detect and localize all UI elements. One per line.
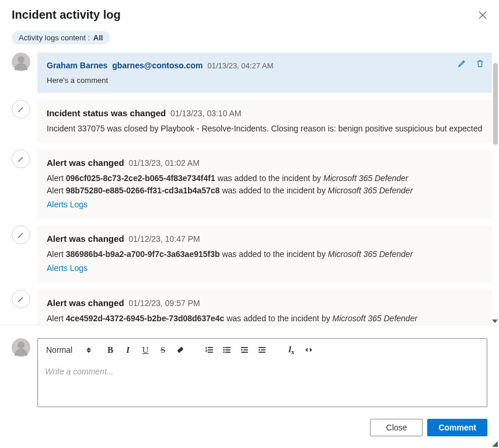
comment-textarea[interactable]: Write a comment... [38, 361, 487, 407]
bullet-list-button[interactable] [219, 342, 235, 357]
alert-id: 096cf025-8c73-2ce2-b065-4f83e734f4f1 [66, 173, 215, 183]
svg-rect-10 [225, 347, 230, 348]
edit-event-badge [12, 290, 30, 308]
event-title: Alert was changed [47, 158, 124, 168]
event-title: Incident status was changed [47, 108, 166, 118]
current-user-avatar [12, 338, 30, 357]
svg-rect-6 [208, 352, 212, 352]
event-body: Alert 386986b4-b9a2-a700-9f7c-3a63ae915f… [47, 248, 483, 275]
scroll-down-icon[interactable] [492, 319, 498, 323]
svg-point-9 [224, 352, 225, 353]
bold-button[interactable]: B [103, 342, 118, 357]
event-timestamp: 01/12/23, 10:47 PM [128, 234, 200, 244]
svg-rect-18 [259, 352, 266, 352]
t: Alert [47, 186, 66, 195]
event-title: Alert was changed [47, 234, 124, 244]
event-card: Alert was changed 01/13/23, 01:02 AM Ale… [37, 150, 492, 218]
underline-button[interactable]: U [138, 342, 153, 357]
pencil-icon [17, 295, 25, 303]
alert-id: 98b75280-e885-0266-ff31-cd3a1b4a57c8 [66, 186, 220, 195]
commenter-name: Graham Barnes [47, 61, 107, 70]
format-label: Normal [46, 345, 72, 355]
resize-grip-icon[interactable] [492, 441, 498, 447]
compose-footer: Normal B I U S 12 [0, 325, 499, 448]
activity-log-panel: Incident activity log Activity logs cont… [0, 0, 499, 448]
svg-rect-16 [259, 347, 266, 348]
delete-icon[interactable] [475, 58, 485, 68]
svg-rect-4 [208, 347, 212, 348]
pencil-icon [17, 105, 25, 113]
svg-point-8 [224, 349, 225, 350]
content-filter-pill[interactable]: Activity logs content : All [12, 31, 110, 44]
t: Alert [47, 314, 66, 323]
t: was added to the incident by [215, 173, 323, 183]
t: Alert [47, 173, 66, 183]
close-button[interactable]: Close [370, 419, 423, 436]
event-timestamp: 01/12/23, 09:57 PM [128, 298, 200, 308]
link-button[interactable] [173, 342, 188, 357]
code-button[interactable] [301, 342, 316, 357]
clear-format-button[interactable]: Ix [284, 342, 299, 357]
event-body: Alert 096cf025-8c73-2ce2-b065-4f83e734f4… [47, 172, 483, 210]
log-entry: Alert was changed 01/12/23, 10:47 PM Ale… [12, 225, 492, 283]
svg-rect-5 [208, 349, 212, 350]
edit-event-badge [12, 150, 30, 168]
edit-event-badge [12, 225, 30, 244]
svg-rect-13 [242, 347, 248, 348]
log-entry-comment: Graham Barnes gbarnes@contoso.com 01/13/… [12, 53, 492, 93]
filter-row: Activity logs content : All [0, 25, 499, 53]
svg-rect-17 [261, 349, 266, 350]
italic-button[interactable]: I [120, 342, 135, 357]
log-entry: Incident status was changed 01/13/23, 03… [12, 100, 492, 143]
svg-text:2: 2 [205, 349, 207, 352]
actor: Microsoft 365 Defender [328, 249, 413, 259]
comment-body: Here's a comment [47, 76, 483, 85]
format-select[interactable]: Normal [43, 344, 95, 356]
event-card: Alert was changed 01/12/23, 10:47 PM Ale… [37, 225, 492, 283]
ordered-list-button[interactable]: 12 [202, 342, 217, 357]
alerts-logs-link[interactable]: Alerts Logs [47, 262, 88, 274]
actor: Microsoft 365 Defender [323, 173, 409, 183]
event-body: Alert 4ce4592d-4372-6945-b2be-73d08d637e… [47, 312, 483, 325]
commenter-email: gbarnes@contoso.com [112, 61, 203, 70]
scrollbar-thumb[interactable] [493, 63, 498, 145]
caret-icon [86, 348, 91, 353]
edit-event-badge [12, 100, 30, 119]
actor: Microsoft 365 Defender [333, 314, 418, 323]
avatar [12, 53, 30, 71]
alert-id: 386986b4-b9a2-a700-9f7c-3a63ae915f3b [66, 249, 220, 259]
indent-button[interactable] [254, 342, 270, 357]
t: was added to the incident by [224, 314, 332, 323]
close-icon[interactable] [478, 11, 487, 20]
alert-id: 4ce4592d-4372-6945-b2be-73d08d637e4c [66, 314, 225, 323]
svg-rect-15 [242, 352, 248, 352]
t: was added to the incident by [220, 249, 328, 259]
pencil-icon [17, 155, 25, 163]
svg-point-7 [224, 347, 225, 348]
log-scroll-area[interactable]: Graham Barnes gbarnes@contoso.com 01/13/… [0, 53, 499, 325]
panel-title: Incident activity log [12, 8, 121, 22]
pencil-icon [17, 231, 25, 239]
comment-button[interactable]: Comment [427, 419, 487, 436]
svg-rect-12 [225, 352, 230, 352]
editor-toolbar: Normal B I U S 12 [38, 339, 487, 361]
strike-button[interactable]: S [155, 342, 170, 357]
comment-header: Graham Barnes gbarnes@contoso.com 01/13/… [47, 61, 483, 70]
outdent-button[interactable] [237, 342, 252, 357]
footer-buttons: Close Comment [12, 419, 487, 436]
panel-header: Incident activity log [0, 0, 499, 25]
filter-label: Activity logs content : [19, 33, 90, 42]
event-timestamp: 01/13/23, 01:02 AM [128, 158, 199, 168]
event-card: Incident status was changed 01/13/23, 03… [37, 100, 492, 143]
filter-value: All [93, 33, 103, 42]
edit-icon[interactable] [457, 58, 467, 68]
log-entry: Alert was changed 01/13/23, 01:02 AM Ale… [12, 150, 492, 218]
alerts-logs-link[interactable]: Alerts Logs [47, 199, 88, 210]
event-timestamp: 01/13/23, 03:10 AM [170, 109, 241, 118]
t: was added to the incident by [220, 186, 328, 195]
log-entry: Alert was changed 01/12/23, 09:57 PM Ale… [12, 290, 492, 325]
actor: Microsoft 365 Defender [328, 186, 413, 195]
comment-editor: Normal B I U S 12 [37, 338, 487, 407]
comment-timestamp: 01/13/23, 04:27 AM [208, 61, 274, 70]
event-card: Alert was changed 01/12/23, 09:57 PM Ale… [37, 290, 492, 325]
